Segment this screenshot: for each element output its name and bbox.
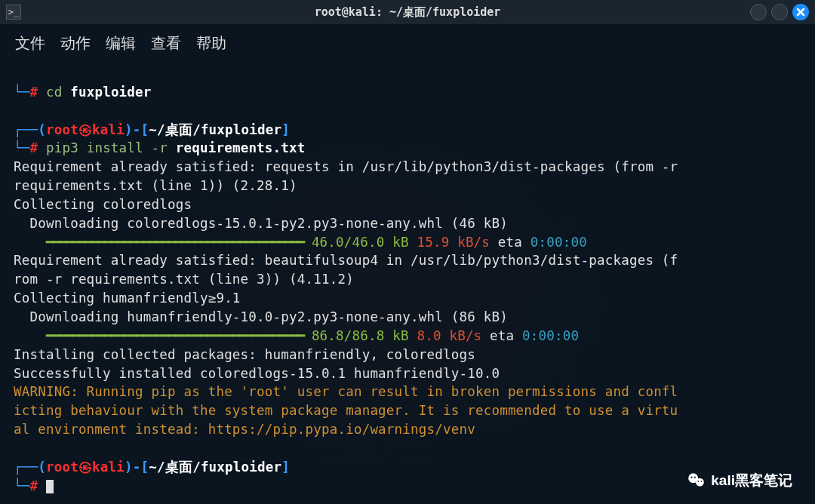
svg-point-1 [696,478,704,487]
close-icon [795,7,806,17]
prompt-branch: ┌──( [14,122,46,137]
close-button[interactable] [792,4,809,20]
cmd-cd: cd [46,85,70,100]
menu-help[interactable]: 帮助 [196,33,226,54]
minimize-button[interactable] [750,4,767,20]
prompt-hash-2: # [29,140,38,155]
prompt-branch-2: ┌──( [14,459,46,475]
menu-view[interactable]: 查看 [151,33,181,54]
eta-label-1: eta [490,235,531,250]
out-collecting-humanfriendly: Collecting humanfriendly≥9.1 [14,290,241,306]
prompt-user-2: root [46,459,78,475]
download-size-1: 46.0/46.0 kB [312,235,409,250]
window-title: root@kali: ~/桌面/fuxploider [315,5,501,20]
download-speed-1: 15.9 kB/s [417,235,490,250]
svg-point-3 [694,477,696,478]
progress-bar-2: ━━━━━━━━━━━━━━━━━━━━━━━━━━━━━━━━━━━━━━━━ [14,328,303,343]
terminal-output[interactable]: └─# cd fuxploider ┌──(root㉿kali)-[~/桌面/f… [0,61,815,498]
window-controls [750,4,809,20]
eta-value-1: 0:00:00 [531,235,587,250]
menu-actions[interactable]: 动作 [60,33,91,54]
branch-char: └─ [14,85,29,100]
wechat-icon [687,471,706,490]
cmd-pip-arg: requirements.txt [176,140,306,155]
cmd-pip: pip3 install -r [46,140,176,155]
svg-point-4 [698,481,700,482]
prompt-hash: # [29,85,38,100]
download-speed-2: 8.0 kB/s [417,328,481,343]
download-size-2: 86.8/86.8 kB [312,328,409,343]
prompt-path: ~/桌面/fuxploider [149,122,281,137]
progress-bar-1: ━━━━━━━━━━━━━━━━━━━━━━━━━━━━━━━━━━━━━━━━ [14,235,303,250]
out-req-requests: Requirement already satisfied: requests … [14,159,686,193]
prompt-host-2: kali [92,459,125,475]
eta-value-2: 0:00:00 [522,328,579,343]
svg-point-5 [701,481,703,482]
watermark: kali黑客笔记 [687,471,792,490]
skull-icon: ㉿ [78,122,92,137]
menubar: 文件 动作 编辑 查看 帮助 [0,24,815,61]
menu-edit[interactable]: 编辑 [106,33,136,54]
out-req-bs4: Requirement already satisfied: beautiful… [14,253,678,287]
prompt-hash-3: # [29,478,38,493]
prompt-user: root [46,122,78,137]
out-installing: Installing collected packages: humanfrie… [14,347,475,362]
svg-point-2 [691,477,693,478]
cursor [46,480,54,493]
menu-file[interactable]: 文件 [15,33,45,54]
prompt-host: kali [92,122,125,137]
out-downloading-humanfriendly: Downloading humanfriendly-10.0-py2.py3-n… [14,309,508,324]
out-success: Successfully installed coloredlogs-15.0.… [14,366,500,381]
maximize-button[interactable] [771,4,788,20]
prompt-path-2: ~/桌面/fuxploider [149,459,281,475]
terminal-app-icon: >_ [6,5,21,20]
skull-icon-2: ㉿ [78,459,92,475]
titlebar: >_ root@kali: ~/桌面/fuxploider [0,0,815,24]
out-collecting-coloredlogs: Collecting coloredlogs [14,197,192,212]
watermark-text: kali黑客笔记 [711,471,792,490]
out-downloading-coloredlogs: Downloading coloredlogs-15.0.1-py2.py3-n… [14,216,508,231]
cmd-cd-arg: fuxploider [70,85,151,100]
pip-warning: WARNING: Running pip as the 'root' user … [14,384,678,437]
eta-label-2: eta [481,328,522,343]
